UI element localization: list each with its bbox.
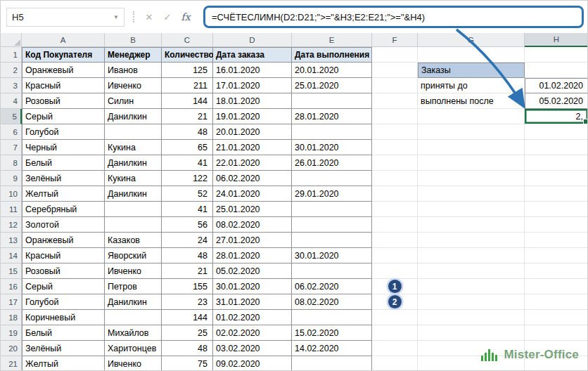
cell-F2[interactable]: [372, 63, 418, 78]
cell-B12[interactable]: [105, 217, 162, 233]
cell-D2[interactable]: 16.01.2020: [213, 63, 292, 78]
cell-C7[interactable]: 65: [162, 140, 213, 155]
cell-C20[interactable]: 48: [162, 341, 213, 356]
cell-C5[interactable]: 21: [162, 109, 213, 124]
cell-F9[interactable]: [372, 171, 418, 186]
cell-G17[interactable]: [418, 294, 525, 310]
cell-B7[interactable]: Кукина: [105, 140, 162, 155]
cell-B19[interactable]: Михайлов: [105, 325, 162, 341]
cell-G8[interactable]: [418, 155, 525, 171]
row-header-16[interactable]: 16: [1, 279, 22, 294]
cell-D19[interactable]: 02.02.2020: [213, 325, 292, 341]
cell-H16[interactable]: [525, 279, 588, 294]
cell-G2[interactable]: Заказы: [418, 63, 525, 78]
cell-G5[interactable]: [418, 109, 525, 124]
cell-D8[interactable]: 22.01.2020: [213, 155, 292, 171]
cell-F10[interactable]: [372, 186, 418, 202]
cell-H15[interactable]: [525, 263, 588, 279]
cell-D9[interactable]: 06.02.2020: [213, 171, 292, 186]
cell-B3[interactable]: Ивченко: [105, 78, 162, 93]
cell-F21[interactable]: [372, 356, 418, 371]
cell-C13[interactable]: 24: [162, 233, 213, 248]
cell-H17[interactable]: [525, 294, 588, 310]
cell-H9[interactable]: [525, 171, 588, 186]
cell-A1[interactable]: Код Покупателя: [22, 47, 105, 63]
cell-H1[interactable]: [525, 47, 588, 63]
row-header-3[interactable]: 3: [1, 78, 22, 93]
cell-A8[interactable]: Белый: [22, 155, 105, 171]
cell-A10[interactable]: Желтый: [22, 186, 105, 202]
cell-E14[interactable]: 30.01.2020: [292, 248, 372, 263]
cell-B13[interactable]: Казаков: [105, 233, 162, 248]
cell-H5[interactable]: 2,: [525, 109, 588, 124]
row-header-4[interactable]: 4: [1, 93, 22, 109]
cell-B5[interactable]: Данилкин: [105, 109, 162, 124]
cell-A7[interactable]: Черный: [22, 140, 105, 155]
cell-G9[interactable]: [418, 171, 525, 186]
cell-E19[interactable]: 15.02.2020: [292, 325, 372, 341]
cell-F6[interactable]: [372, 124, 418, 140]
cell-C12[interactable]: 56: [162, 217, 213, 233]
cell-F5[interactable]: [372, 109, 418, 124]
cell-D14[interactable]: 28.01.2020: [213, 248, 292, 263]
cell-C17[interactable]: 23: [162, 294, 213, 310]
column-header-A[interactable]: A: [22, 33, 105, 47]
cell-E3[interactable]: 25.01.2020: [292, 78, 372, 93]
cell-G7[interactable]: [418, 140, 525, 155]
cell-E16[interactable]: 06.02.2020: [292, 279, 372, 294]
enter-icon[interactable]: ✓: [158, 12, 177, 22]
cell-F8[interactable]: [372, 155, 418, 171]
cell-F19[interactable]: [372, 325, 418, 341]
cell-E15[interactable]: [292, 263, 372, 279]
cell-D11[interactable]: 25.01.2020: [213, 202, 292, 217]
row-header-12[interactable]: 12: [1, 217, 22, 233]
cell-A14[interactable]: Красный: [22, 248, 105, 263]
column-header-F[interactable]: F: [372, 33, 418, 47]
cell-F1[interactable]: [372, 47, 418, 63]
cell-B18[interactable]: [105, 310, 162, 325]
cell-E8[interactable]: 26.01.2020: [292, 155, 372, 171]
cell-E20[interactable]: 14.02.2020: [292, 341, 372, 356]
cell-E12[interactable]: [292, 217, 372, 233]
cell-E10[interactable]: 29.01.2020: [292, 186, 372, 202]
cell-G14[interactable]: [418, 248, 525, 263]
cell-F3[interactable]: [372, 78, 418, 93]
cell-H7[interactable]: [525, 140, 588, 155]
cell-B4[interactable]: Силин: [105, 93, 162, 109]
row-header-1[interactable]: 1: [1, 47, 22, 63]
cell-C15[interactable]: 21: [162, 263, 213, 279]
cell-G6[interactable]: [418, 124, 525, 140]
row-header-21[interactable]: 21: [1, 356, 22, 371]
cell-B1[interactable]: Менеджер: [105, 47, 162, 63]
cell-F12[interactable]: [372, 217, 418, 233]
cell-A2[interactable]: Оранжевый: [22, 63, 105, 78]
cell-A11[interactable]: Серебряный: [22, 202, 105, 217]
cell-G4[interactable]: выполнены после: [418, 93, 525, 109]
cell-B11[interactable]: [105, 202, 162, 217]
cell-C21[interactable]: 75: [162, 356, 213, 371]
cell-B20[interactable]: Харитонцев: [105, 341, 162, 356]
cell-D4[interactable]: 18.01.2020: [213, 93, 292, 109]
column-header-B[interactable]: B: [105, 33, 162, 47]
cell-C9[interactable]: 122: [162, 171, 213, 186]
cell-A6[interactable]: Голубой: [22, 124, 105, 140]
cell-G3[interactable]: приняты до: [418, 78, 525, 93]
name-box-dropdown-icon[interactable]: ▼: [113, 14, 119, 20]
cell-A13[interactable]: Оранжевый: [22, 233, 105, 248]
cell-G10[interactable]: [418, 186, 525, 202]
cell-A9[interactable]: Зелёный: [22, 171, 105, 186]
cell-G12[interactable]: [418, 217, 525, 233]
cell-C2[interactable]: 125: [162, 63, 213, 78]
cell-E6[interactable]: [292, 124, 372, 140]
cell-H8[interactable]: [525, 155, 588, 171]
cell-H4[interactable]: 05.02.2020: [525, 93, 588, 109]
cell-A5[interactable]: Серый: [22, 109, 105, 124]
cell-B6[interactable]: [105, 124, 162, 140]
column-header-C[interactable]: C: [162, 33, 213, 47]
column-header-G[interactable]: G: [418, 33, 525, 47]
cell-B16[interactable]: Петров: [105, 279, 162, 294]
cell-G15[interactable]: [418, 263, 525, 279]
cell-H19[interactable]: [525, 325, 588, 341]
cell-F15[interactable]: [372, 263, 418, 279]
cell-H11[interactable]: [525, 202, 588, 217]
